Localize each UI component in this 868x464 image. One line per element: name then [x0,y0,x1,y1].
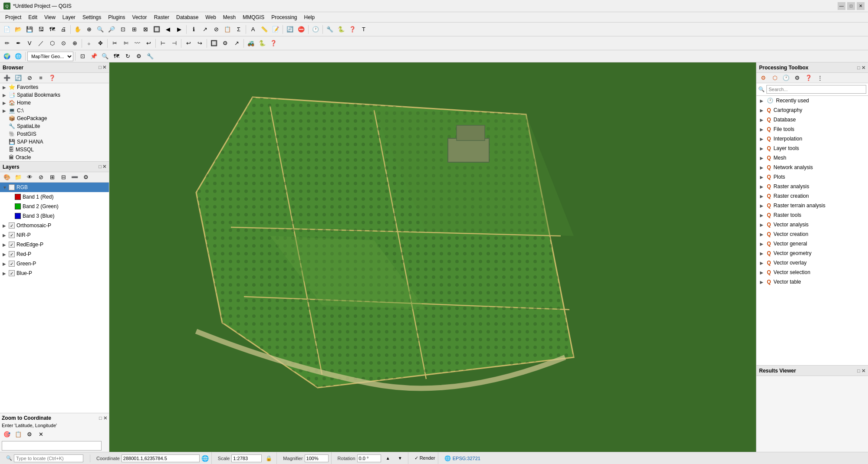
browser-item-geopackage[interactable]: 📦 GeoPackage [0,114,109,122]
menu-project[interactable]: Project [2,13,25,21]
layer-bluep[interactable]: ▶ ✓ Blue-P [0,268,109,278]
layer-band1[interactable]: Band 1 (Red) [0,192,109,202]
browser-item-home[interactable]: ▶ 🏠 Home [0,99,109,107]
ortho-checkbox[interactable]: ✓ [9,222,15,229]
zoom-prev-btn[interactable]: ◀ [163,24,173,35]
tool-raster-terrain[interactable]: ▶ Q Raster terrain analysis [756,201,868,210]
split-features-btn[interactable]: ⊢ [158,38,168,49]
browser-item-mssql[interactable]: 🗄 MSSQL [0,146,109,154]
zoom-selection-btn[interactable]: 🔲 [151,24,162,35]
help2-btn[interactable]: ❓ [347,24,358,35]
layer-band3[interactable]: Band 3 (Blue) [0,211,109,221]
zoom-in-btn[interactable]: 🔍 [95,24,105,35]
layer-band2[interactable]: Band 2 (Green) [0,202,109,211]
layers-float-btn[interactable]: □ [99,164,102,170]
rotation-input[interactable] [357,454,381,462]
new-project-btn[interactable]: 📄 [2,24,12,35]
toolbox-history-btn[interactable]: ⚙ [758,73,769,83]
greenp-checkbox[interactable]: ✓ [9,261,15,267]
tool-mesh[interactable]: ▶ Q Mesh [756,153,868,163]
open-project-btn[interactable]: 📂 [13,24,23,35]
bookmark-btn[interactable]: 📌 [89,51,99,62]
menu-vector[interactable]: Vector [129,13,151,21]
add-group-btn[interactable]: 📁 [13,172,23,183]
help3-btn[interactable]: ❓ [268,38,279,49]
collapse-all-btn[interactable]: ⊟ [58,172,69,183]
measure-btn[interactable]: 📏 [259,24,270,35]
print-layout-btn[interactable]: 🗺 [47,24,57,35]
scale-lock-btn[interactable]: 🔒 [263,453,274,464]
digitize-btn[interactable]: V [24,38,35,49]
tool-vector-overlay[interactable]: ▶ Q Vector overlay [756,258,868,268]
zoom-clear-btn[interactable]: ✕ [36,429,46,439]
rotation-down-btn[interactable]: ▼ [395,453,405,464]
coordinate-input[interactable] [122,454,200,462]
zoom-close-btn[interactable]: ✕ [103,415,107,421]
redo-btn[interactable]: ↪ [194,38,205,49]
plugins-btn[interactable]: 🔧 [325,24,335,35]
nominatim-btn[interactable]: 🗺 [111,51,122,62]
tool-plots[interactable]: ▶ Q Plots [756,172,868,182]
edit-layer-btn[interactable]: ✒ [13,38,23,49]
capture-line-btn[interactable]: ／ [36,38,46,49]
tool-vector-analysis[interactable]: ▶ Q Vector analysis [756,220,868,229]
deselect-btn[interactable]: ⊘ [211,24,221,35]
layer-rededge[interactable]: ▶ ✓ RedEdge-P [0,240,109,249]
tool-interpolation[interactable]: ▶ Q Interpolation [756,134,868,144]
settings3-btn[interactable]: ⚙ [134,51,144,62]
tool-raster-creation[interactable]: ▶ Q Raster creation [756,191,868,201]
tool-database[interactable]: ▶ Q Database [756,115,868,124]
bluep-checkbox[interactable]: ✓ [9,270,15,276]
layer-redp[interactable]: ▶ ✓ Red-P [0,249,109,259]
tool-network-analysis[interactable]: ▶ Q Network analysis [756,163,868,172]
menu-mesh[interactable]: Mesh [220,13,239,21]
browser-item-saphana[interactable]: 💾 SAP HANA [0,138,109,146]
results-float-btn[interactable]: □ [857,368,860,373]
results-close-btn[interactable]: ✕ [861,368,865,373]
close-button[interactable]: ✕ [857,2,865,10]
toolbox-options-btn[interactable]: ⋮ [815,73,825,83]
spatial-query-btn[interactable]: 🔍 [100,51,110,62]
capture-poly-btn[interactable]: ⬡ [47,38,57,49]
menu-raster[interactable]: Raster [151,13,173,21]
layer-greenp[interactable]: ▶ ✓ Green-P [0,259,109,268]
cancel-rendering-btn[interactable]: ⛔ [296,24,306,35]
snap-btn[interactable]: 🔲 [209,38,219,49]
tool-file-tools[interactable]: ▶ Q File tools [756,124,868,134]
layer-properties-btn[interactable]: ⚙ [81,172,91,183]
browser-refresh-btn[interactable]: 🔄 [13,73,23,83]
tool-raster-analysis[interactable]: ▶ Q Raster analysis [756,182,868,191]
qgis-settings-btn[interactable]: 🔧 [145,51,155,62]
zoom-layer-btn[interactable]: ⊠ [140,24,151,35]
browser-item-favorites[interactable]: ▶ ⭐ Favorites [0,83,109,91]
python-btn[interactable]: 🐍 [336,24,346,35]
maximize-button[interactable]: □ [847,2,855,10]
menu-web[interactable]: Web [202,13,219,21]
tool-vector-selection[interactable]: ▶ Q Vector selection [756,268,868,277]
browser-float-btn[interactable]: □ [99,65,102,70]
menu-settings[interactable]: Settings [79,13,105,21]
delete-part-btn[interactable]: ✄ [121,38,131,49]
save-project-btn[interactable]: 💾 [24,24,35,35]
tool-vector-table[interactable]: ▶ Q Vector table [756,277,868,287]
zoom-go-btn[interactable]: 🎯 [2,429,12,439]
browser-item-postgis[interactable]: 🐘 PostGIS [0,130,109,138]
zoom-native-btn[interactable]: ⊡ [118,24,128,35]
snapping-config-btn[interactable]: ⚙ [220,38,230,49]
save-as-btn[interactable]: 🖫 [36,24,46,35]
move-feature-btn[interactable]: ✥ [95,38,105,49]
node-tool-btn[interactable]: ⬦ [84,38,94,49]
zoom-out-btn[interactable]: 🔎 [106,24,117,35]
open-attr-table-btn[interactable]: 📋 [222,24,233,35]
stats-btn[interactable]: Σ [233,24,244,35]
toolbox-recent-btn[interactable]: 🕐 [781,73,791,83]
toolbox-search-input[interactable] [766,85,866,94]
browser-item-bookmarks[interactable]: ▶ 📑 Spatial Bookmarks [0,91,109,99]
temporal-btn[interactable]: 🕐 [310,24,321,35]
rotation-up-btn[interactable]: ▲ [383,453,393,464]
layer-rgb[interactable]: ▼ ✓ RGB [0,183,109,192]
browser-filter-btn[interactable]: ⊘ [24,73,35,83]
extent-btn[interactable]: ⊡ [77,51,88,62]
map-canvas-area[interactable] [109,62,756,452]
label-btn[interactable]: A [248,24,258,35]
